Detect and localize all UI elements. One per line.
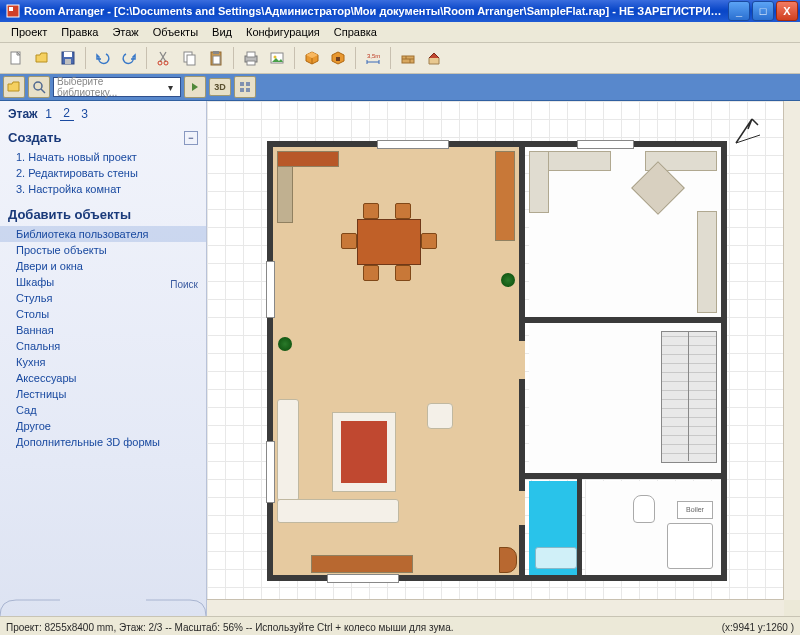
boiler[interactable]: Boiler [677,501,713,519]
cat-garden[interactable]: Сад [0,402,206,418]
svg-rect-4 [64,52,72,57]
lib-view-button[interactable] [234,76,256,98]
create-room-settings[interactable]: 3. Настройка комнат [0,181,206,197]
floor-2[interactable]: 2 [60,106,74,121]
counter[interactable] [697,211,717,313]
chair[interactable] [395,203,411,219]
view3d-button[interactable] [300,46,324,70]
sofa[interactable] [277,499,399,523]
chair[interactable] [421,233,437,249]
cat-simple[interactable]: Простые объекты [0,242,206,258]
new-button[interactable] [4,46,28,70]
stairs[interactable] [661,331,717,463]
export-image-button[interactable] [265,46,289,70]
svg-rect-5 [65,59,71,64]
measure-button[interactable]: 3,5m [361,46,385,70]
wall [525,473,721,479]
cat-stairs[interactable]: Лестницы [0,386,206,402]
sideboard[interactable] [277,151,339,167]
window [266,441,275,503]
cat-chairs[interactable]: Стулья [0,290,206,306]
addobjects-header[interactable]: Добавить объекты [0,203,206,226]
armchair[interactable] [499,547,517,573]
toolbar-sep [85,47,86,69]
menu-project[interactable]: Проект [4,24,54,40]
canvas[interactable]: Boiler [207,101,800,616]
save-button[interactable] [56,46,80,70]
sink[interactable] [535,547,577,569]
close-button[interactable]: X [776,1,798,21]
toolbar-sep [390,47,391,69]
sofa[interactable] [277,399,299,501]
cat-bath[interactable]: Ванная [0,322,206,338]
create-edit-walls[interactable]: 2. Редактировать стены [0,165,206,181]
cat-bedroom[interactable]: Спальня [0,338,206,354]
plant[interactable] [278,337,292,351]
svg-text:3,5m: 3,5m [367,53,380,59]
toilet[interactable] [633,495,655,523]
lib-search-button[interactable] [28,76,50,98]
cut-button[interactable] [152,46,176,70]
plant[interactable] [501,273,515,287]
svg-rect-23 [240,88,244,92]
cat-doors[interactable]: Двери и окна [0,258,206,274]
menu-help[interactable]: Справка [327,24,384,40]
stair-rail [688,331,689,461]
cat-3dshapes[interactable]: Дополнительные 3D формы [0,434,206,450]
toolbar-sep [146,47,147,69]
scrollbar-vertical[interactable] [783,101,800,600]
home-button[interactable] [422,46,446,70]
menu-config[interactable]: Конфигурация [239,24,327,40]
menu-objects[interactable]: Объекты [146,24,205,40]
menubar: Проект Правка Этаж Объекты Вид Конфигура… [0,22,800,43]
redo-button[interactable] [117,46,141,70]
chair[interactable] [363,203,379,219]
library-select[interactable]: Выберите библиотеку... ▾ [53,77,181,97]
menu-floor[interactable]: Этаж [105,24,145,40]
walk-button[interactable] [326,46,350,70]
floor-3[interactable]: 3 [78,107,92,121]
badge-3d[interactable]: 3D [209,78,231,96]
armchair[interactable] [427,403,453,429]
statusbar: Проект: 8255x8400 mm, Этаж: 2/3 -- Масшт… [0,616,800,635]
door-opening [519,341,525,379]
copy-button[interactable] [178,46,202,70]
chair[interactable] [395,265,411,281]
open-button[interactable] [30,46,54,70]
dining-table[interactable] [357,219,421,265]
chair[interactable] [341,233,357,249]
undo-button[interactable] [91,46,115,70]
cat-kitchen[interactable]: Кухня [0,354,206,370]
cabinet[interactable] [495,151,515,241]
paste-button[interactable] [204,46,228,70]
window [266,261,275,318]
rug[interactable] [333,413,395,491]
compass-icon [728,111,768,151]
cat-accessories[interactable]: Аксессуары [0,370,206,386]
app-icon [5,3,21,19]
menu-edit[interactable]: Правка [54,24,105,40]
menu-view[interactable]: Вид [205,24,239,40]
lib-next-button[interactable] [184,76,206,98]
minimize-button[interactable]: _ [728,1,750,21]
chair[interactable] [363,265,379,281]
window-title: Room Arranger - [C:\Documents and Settin… [24,5,726,17]
svg-rect-15 [247,61,255,65]
print-button[interactable] [239,46,263,70]
shower[interactable] [667,523,713,569]
window [327,574,399,583]
lib-folder-button[interactable] [3,76,25,98]
cat-other[interactable]: Другое [0,418,206,434]
cat-tables[interactable]: Столы [0,306,206,322]
sidebar-footer-deco [0,596,206,616]
tv-unit[interactable] [311,555,413,573]
wall-tool-button[interactable] [396,46,420,70]
scrollbar-horizontal[interactable] [207,599,784,616]
create-new-project[interactable]: 1. Начать новый проект [0,149,206,165]
cat-userlib[interactable]: Библиотека пользователя [0,226,206,242]
floor-1[interactable]: 1 [42,107,56,121]
search-link[interactable]: Поиск [170,279,198,290]
create-header[interactable]: Создать − [0,126,206,149]
maximize-button[interactable]: □ [752,1,774,21]
counter[interactable] [529,151,549,213]
